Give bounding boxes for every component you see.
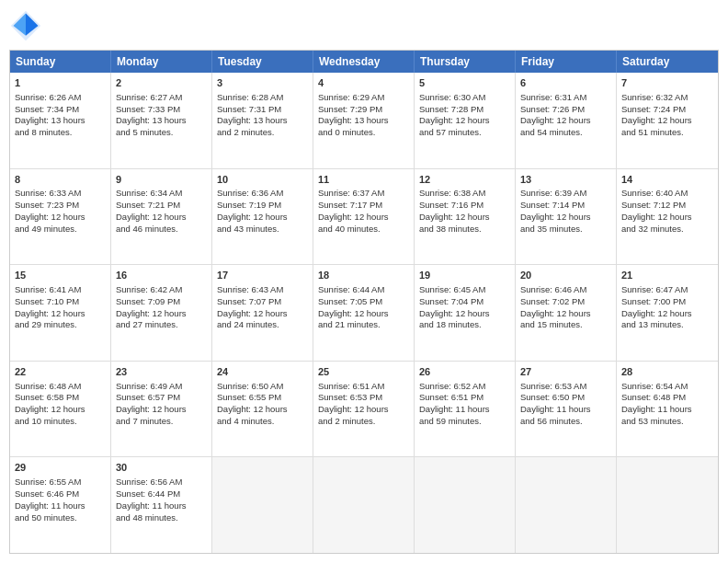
- day-number: 2: [116, 76, 207, 90]
- day-info: Sunrise: 6:27 AM Sunset: 7:33 PM Dayligh…: [116, 92, 207, 139]
- day-number: 11: [318, 173, 409, 187]
- day-cell-23: 23Sunrise: 6:49 AM Sunset: 6:57 PM Dayli…: [111, 362, 212, 457]
- day-number: 27: [520, 365, 611, 379]
- header-day-wednesday: Wednesday: [313, 51, 415, 73]
- header-day-friday: Friday: [516, 51, 617, 73]
- day-info: Sunrise: 6:46 AM Sunset: 7:02 PM Dayligh…: [520, 284, 611, 331]
- empty-cell: [313, 457, 415, 553]
- day-info: Sunrise: 6:37 AM Sunset: 7:17 PM Dayligh…: [318, 188, 409, 235]
- calendar-body: 1Sunrise: 6:26 AM Sunset: 7:34 PM Daylig…: [10, 73, 718, 553]
- day-cell-8: 8Sunrise: 6:33 AM Sunset: 7:23 PM Daylig…: [10, 169, 111, 265]
- day-info: Sunrise: 6:52 AM Sunset: 6:51 PM Dayligh…: [419, 381, 510, 428]
- day-info: Sunrise: 6:48 AM Sunset: 6:58 PM Dayligh…: [15, 381, 106, 428]
- day-cell-10: 10Sunrise: 6:36 AM Sunset: 7:19 PM Dayli…: [212, 169, 313, 265]
- day-info: Sunrise: 6:32 AM Sunset: 7:24 PM Dayligh…: [621, 92, 713, 139]
- day-cell-4: 4Sunrise: 6:29 AM Sunset: 7:29 PM Daylig…: [313, 73, 415, 168]
- day-cell-30: 30Sunrise: 6:56 AM Sunset: 6:44 PM Dayli…: [111, 457, 212, 553]
- day-number: 12: [419, 173, 510, 187]
- day-info: Sunrise: 6:28 AM Sunset: 7:31 PM Dayligh…: [217, 92, 308, 139]
- day-info: Sunrise: 6:50 AM Sunset: 6:55 PM Dayligh…: [217, 381, 308, 428]
- day-info: Sunrise: 6:31 AM Sunset: 7:26 PM Dayligh…: [520, 92, 611, 139]
- day-cell-27: 27Sunrise: 6:53 AM Sunset: 6:50 PM Dayli…: [516, 362, 617, 457]
- day-info: Sunrise: 6:54 AM Sunset: 6:48 PM Dayligh…: [621, 381, 713, 428]
- day-number: 21: [621, 269, 713, 282]
- day-number: 22: [15, 365, 106, 379]
- day-cell-26: 26Sunrise: 6:52 AM Sunset: 6:51 PM Dayli…: [415, 362, 516, 457]
- day-cell-5: 5Sunrise: 6:30 AM Sunset: 7:28 PM Daylig…: [415, 73, 516, 168]
- header: [9, 9, 719, 42]
- header-day-monday: Monday: [111, 51, 212, 73]
- calendar-row-3: 22Sunrise: 6:48 AM Sunset: 6:58 PM Dayli…: [10, 361, 718, 457]
- day-cell-20: 20Sunrise: 6:46 AM Sunset: 7:02 PM Dayli…: [516, 265, 617, 361]
- day-number: 8: [15, 173, 106, 187]
- day-number: 30: [116, 461, 207, 475]
- day-cell-1: 1Sunrise: 6:26 AM Sunset: 7:34 PM Daylig…: [10, 73, 111, 168]
- day-info: Sunrise: 6:44 AM Sunset: 7:05 PM Dayligh…: [318, 284, 409, 331]
- day-number: 7: [621, 76, 713, 90]
- day-info: Sunrise: 6:38 AM Sunset: 7:16 PM Dayligh…: [419, 188, 510, 235]
- day-info: Sunrise: 6:51 AM Sunset: 6:53 PM Dayligh…: [318, 381, 409, 428]
- day-number: 19: [419, 269, 510, 282]
- day-cell-28: 28Sunrise: 6:54 AM Sunset: 6:48 PM Dayli…: [617, 362, 718, 457]
- empty-cell: [415, 457, 516, 553]
- day-info: Sunrise: 6:47 AM Sunset: 7:00 PM Dayligh…: [621, 284, 713, 331]
- header-day-tuesday: Tuesday: [212, 51, 313, 73]
- day-number: 29: [15, 461, 106, 475]
- day-cell-13: 13Sunrise: 6:39 AM Sunset: 7:14 PM Dayli…: [516, 169, 617, 265]
- day-number: 15: [15, 269, 106, 282]
- day-number: 5: [419, 76, 510, 90]
- day-cell-12: 12Sunrise: 6:38 AM Sunset: 7:16 PM Dayli…: [415, 169, 516, 265]
- logo-icon: [9, 9, 42, 42]
- day-number: 26: [419, 365, 510, 379]
- day-cell-2: 2Sunrise: 6:27 AM Sunset: 7:33 PM Daylig…: [111, 73, 212, 168]
- calendar-row-0: 1Sunrise: 6:26 AM Sunset: 7:34 PM Daylig…: [10, 73, 718, 168]
- day-info: Sunrise: 6:36 AM Sunset: 7:19 PM Dayligh…: [217, 188, 308, 235]
- header-day-saturday: Saturday: [617, 51, 718, 73]
- day-number: 9: [116, 173, 207, 187]
- day-info: Sunrise: 6:49 AM Sunset: 6:57 PM Dayligh…: [116, 381, 207, 428]
- day-cell-19: 19Sunrise: 6:45 AM Sunset: 7:04 PM Dayli…: [415, 265, 516, 361]
- day-number: 24: [217, 365, 308, 379]
- day-info: Sunrise: 6:26 AM Sunset: 7:34 PM Dayligh…: [15, 92, 106, 139]
- day-number: 20: [520, 269, 611, 282]
- day-info: Sunrise: 6:45 AM Sunset: 7:04 PM Dayligh…: [419, 284, 510, 331]
- day-cell-29: 29Sunrise: 6:55 AM Sunset: 6:46 PM Dayli…: [10, 457, 111, 553]
- day-number: 14: [621, 173, 713, 187]
- day-info: Sunrise: 6:43 AM Sunset: 7:07 PM Dayligh…: [217, 284, 308, 331]
- day-cell-6: 6Sunrise: 6:31 AM Sunset: 7:26 PM Daylig…: [516, 73, 617, 168]
- day-info: Sunrise: 6:34 AM Sunset: 7:21 PM Dayligh…: [116, 188, 207, 235]
- day-cell-25: 25Sunrise: 6:51 AM Sunset: 6:53 PM Dayli…: [313, 362, 415, 457]
- day-number: 17: [217, 269, 308, 282]
- day-info: Sunrise: 6:40 AM Sunset: 7:12 PM Dayligh…: [621, 188, 713, 235]
- day-info: Sunrise: 6:33 AM Sunset: 7:23 PM Dayligh…: [15, 188, 106, 235]
- day-number: 3: [217, 76, 308, 90]
- calendar-row-2: 15Sunrise: 6:41 AM Sunset: 7:10 PM Dayli…: [10, 264, 718, 361]
- empty-cell: [516, 457, 617, 553]
- empty-cell: [212, 457, 313, 553]
- day-info: Sunrise: 6:41 AM Sunset: 7:10 PM Dayligh…: [15, 284, 106, 331]
- day-cell-15: 15Sunrise: 6:41 AM Sunset: 7:10 PM Dayli…: [10, 265, 111, 361]
- day-number: 13: [520, 173, 611, 187]
- day-cell-17: 17Sunrise: 6:43 AM Sunset: 7:07 PM Dayli…: [212, 265, 313, 361]
- day-cell-18: 18Sunrise: 6:44 AM Sunset: 7:05 PM Dayli…: [313, 265, 415, 361]
- day-info: Sunrise: 6:30 AM Sunset: 7:28 PM Dayligh…: [419, 92, 510, 139]
- calendar-row-4: 29Sunrise: 6:55 AM Sunset: 6:46 PM Dayli…: [10, 456, 718, 553]
- header-day-sunday: Sunday: [10, 51, 111, 73]
- calendar: SundayMondayTuesdayWednesdayThursdayFrid…: [9, 50, 719, 554]
- day-info: Sunrise: 6:53 AM Sunset: 6:50 PM Dayligh…: [520, 381, 611, 428]
- day-cell-3: 3Sunrise: 6:28 AM Sunset: 7:31 PM Daylig…: [212, 73, 313, 168]
- day-number: 23: [116, 365, 207, 379]
- day-cell-11: 11Sunrise: 6:37 AM Sunset: 7:17 PM Dayli…: [313, 169, 415, 265]
- header-day-thursday: Thursday: [415, 51, 516, 73]
- day-cell-24: 24Sunrise: 6:50 AM Sunset: 6:55 PM Dayli…: [212, 362, 313, 457]
- day-number: 6: [520, 76, 611, 90]
- day-info: Sunrise: 6:39 AM Sunset: 7:14 PM Dayligh…: [520, 188, 611, 235]
- day-cell-7: 7Sunrise: 6:32 AM Sunset: 7:24 PM Daylig…: [617, 73, 718, 168]
- day-cell-14: 14Sunrise: 6:40 AM Sunset: 7:12 PM Dayli…: [617, 169, 718, 265]
- calendar-header: SundayMondayTuesdayWednesdayThursdayFrid…: [10, 51, 718, 73]
- day-cell-22: 22Sunrise: 6:48 AM Sunset: 6:58 PM Dayli…: [10, 362, 111, 457]
- page: SundayMondayTuesdayWednesdayThursdayFrid…: [0, 0, 728, 563]
- day-cell-21: 21Sunrise: 6:47 AM Sunset: 7:00 PM Dayli…: [617, 265, 718, 361]
- day-number: 28: [621, 365, 713, 379]
- day-info: Sunrise: 6:29 AM Sunset: 7:29 PM Dayligh…: [318, 92, 409, 139]
